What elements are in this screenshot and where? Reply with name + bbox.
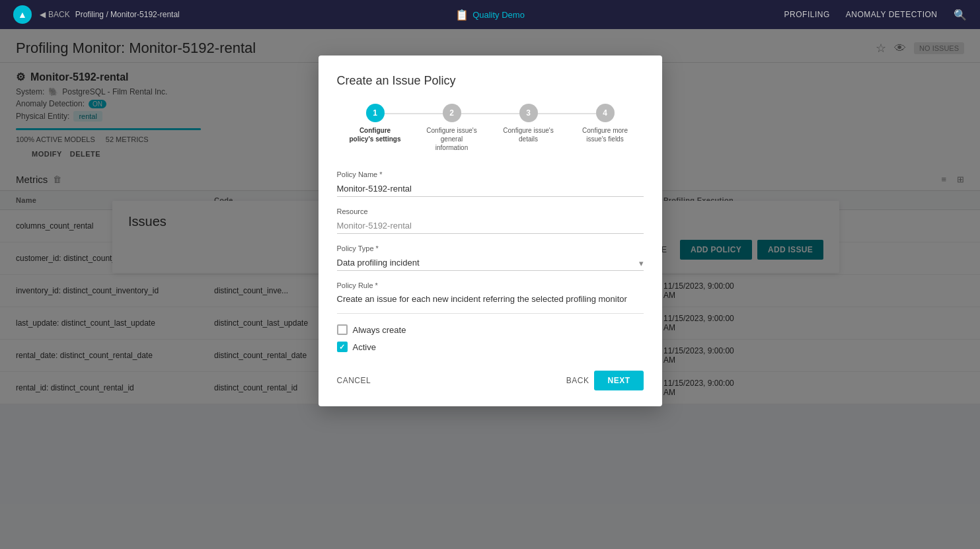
policy-name-label: Policy Name * [337, 170, 644, 178]
policy-name-group: Policy Name * [337, 170, 644, 197]
policy-rule-text: Create an issue for each new incident re… [337, 293, 644, 314]
resource-group: Resource [337, 207, 644, 234]
active-label: Active [353, 342, 376, 352]
step-1-circle: 1 [366, 104, 385, 122]
right-nav: PROFILING ANOMALY DETECTION 🔍 [784, 9, 967, 21]
resource-label: Resource [337, 207, 644, 215]
overlay: Create an Issue Policy 1 Configure polic… [0, 29, 980, 549]
main-content: Profiling Monitor: Monitor-5192-rental ☆… [0, 29, 980, 549]
nav-profiling[interactable]: PROFILING [784, 10, 830, 19]
back-arrow: ◀ [40, 10, 46, 19]
always-create-label: Always create [353, 325, 406, 335]
app-logo: ▲ [13, 5, 32, 24]
always-create-item: Always create [337, 324, 644, 335]
always-create-checkbox[interactable] [337, 324, 348, 335]
policy-rule-group: Policy Rule * Create an issue for each n… [337, 281, 644, 314]
policy-name-input[interactable] [337, 181, 644, 197]
policy-type-select[interactable]: Data profiling incident Anomaly Detectio… [337, 255, 644, 271]
breadcrumb: Profiling / Monitor-5192-rental [75, 10, 180, 19]
active-item: Active [337, 342, 644, 352]
cancel-button[interactable]: CANCEL [337, 376, 371, 385]
modal-title: Create an Issue Policy [337, 74, 644, 88]
policy-type-label: Policy Type * [337, 244, 644, 252]
policy-type-wrapper: Data profiling incident Anomaly Detectio… [337, 255, 644, 271]
top-navigation: ▲ ◀ BACK Profiling / Monitor-5192-rental… [0, 0, 980, 29]
brand-title: 📋 Quality Demo [455, 9, 525, 21]
modal-footer: CANCEL BACK NEXT [337, 365, 644, 390]
step-4: 4 Configure more issue's fields [567, 104, 644, 143]
back-modal-button[interactable]: BACK [566, 376, 589, 385]
search-icon[interactable]: 🔍 [954, 9, 967, 21]
stepper: 1 Configure policy's settings 2 Configur… [337, 104, 644, 152]
footer-right: BACK NEXT [566, 371, 644, 390]
policy-type-group: Policy Type * Data profiling incident An… [337, 244, 644, 271]
active-checkbox[interactable] [337, 342, 348, 352]
step-4-circle: 4 [596, 104, 615, 122]
step-3: 3 Configure issue's details [490, 104, 567, 143]
next-button[interactable]: NEXT [594, 371, 643, 390]
step-4-label: Configure more issue's fields [579, 126, 632, 143]
step-2-circle: 2 [443, 104, 461, 122]
checkbox-group: Always create Active [337, 324, 644, 352]
back-label: BACK [48, 10, 70, 19]
nav-anomaly-detection[interactable]: ANOMALY DETECTION [846, 10, 938, 19]
step-3-label: Configure issue's details [502, 126, 555, 143]
back-button[interactable]: ◀ BACK [40, 10, 70, 19]
step-3-circle: 3 [519, 104, 538, 122]
brand-icon: 📋 [455, 9, 469, 21]
create-issue-policy-modal: Create an Issue Policy 1 Configure polic… [319, 55, 662, 406]
step-1-label: Configure policy's settings [349, 126, 402, 143]
step-2-label: Configure issue's general information [426, 126, 478, 152]
step-1: 1 Configure policy's settings [337, 104, 414, 143]
policy-rule-label: Policy Rule * [337, 281, 644, 289]
resource-input[interactable] [337, 218, 644, 234]
step-2: 2 Configure issue's general information [414, 104, 490, 152]
